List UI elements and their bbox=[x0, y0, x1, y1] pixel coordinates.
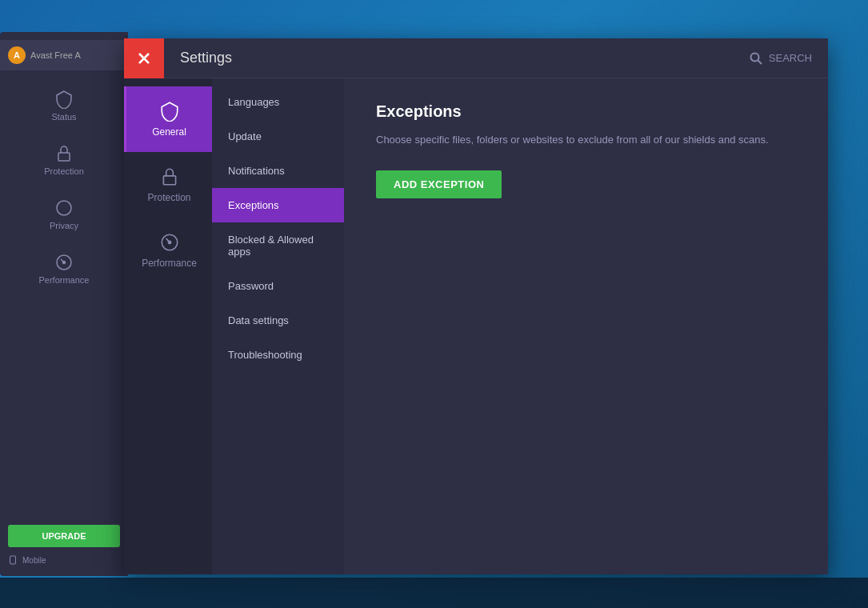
settings-dialog: Settings SEARCH General bbox=[124, 38, 828, 574]
menu-item-languages[interactable]: Languages bbox=[212, 85, 344, 119]
avast-main-window: A Avast Free A Status Protection Privacy… bbox=[0, 32, 128, 576]
main-content-area: Exceptions Choose specific files, folder… bbox=[344, 78, 828, 574]
search-icon bbox=[750, 52, 762, 65]
close-button[interactable] bbox=[124, 38, 164, 78]
menu-panel: Languages Update Notifications Exception… bbox=[212, 78, 344, 574]
menu-item-troubleshooting[interactable]: Troubleshooting bbox=[212, 338, 344, 372]
svg-line-9 bbox=[758, 60, 762, 64]
sidebar-item-privacy-label: Privacy bbox=[50, 221, 78, 230]
svg-point-1 bbox=[57, 201, 71, 215]
exceptions-title: Exceptions bbox=[376, 102, 796, 121]
category-general-label: General bbox=[152, 126, 186, 138]
speedometer-icon bbox=[54, 253, 74, 272]
category-performance-label: Performance bbox=[142, 258, 197, 269]
avast-logo-text: Avast Free A bbox=[30, 50, 81, 60]
search-area[interactable]: SEARCH bbox=[750, 52, 828, 65]
settings-title: Settings bbox=[164, 50, 750, 66]
upgrade-button[interactable]: UPGRADE bbox=[8, 525, 120, 547]
mobile-label: Mobile bbox=[22, 556, 46, 565]
sidebar-item-status-label: Status bbox=[51, 112, 76, 122]
menu-item-exceptions[interactable]: Exceptions bbox=[212, 188, 344, 222]
menu-item-blocked-allowed[interactable]: Blocked & Allowed apps bbox=[212, 222, 344, 269]
privacy-icon bbox=[54, 198, 74, 218]
sidebar-bottom: UPGRADE Mobile bbox=[0, 517, 128, 576]
sidebar-item-privacy[interactable]: Privacy bbox=[0, 187, 128, 242]
svg-rect-0 bbox=[58, 153, 70, 161]
settings-content-area: General Protection Performance Lan bbox=[124, 78, 828, 574]
menu-item-data-settings[interactable]: Data settings bbox=[212, 303, 344, 338]
menu-item-password[interactable]: Password bbox=[212, 269, 344, 303]
lock-icon bbox=[54, 144, 74, 163]
sidebar-item-performance-label: Performance bbox=[39, 275, 90, 285]
svg-point-3 bbox=[63, 262, 66, 264]
svg-rect-10 bbox=[163, 176, 175, 185]
general-shield-icon bbox=[159, 101, 180, 122]
category-item-protection[interactable]: Protection bbox=[124, 152, 212, 218]
menu-item-update[interactable]: Update bbox=[212, 119, 344, 154]
title-bar: Settings SEARCH bbox=[124, 38, 828, 78]
svg-point-8 bbox=[750, 53, 758, 61]
svg-rect-4 bbox=[10, 556, 16, 564]
taskbar bbox=[0, 578, 868, 608]
performance-speedometer-icon bbox=[159, 232, 180, 253]
search-label: SEARCH bbox=[769, 52, 812, 64]
sidebar-item-protection-label: Protection bbox=[44, 166, 84, 176]
menu-item-notifications[interactable]: Notifications bbox=[212, 154, 344, 188]
category-item-general[interactable]: General bbox=[124, 86, 212, 152]
category-panel: General Protection Performance bbox=[124, 78, 212, 574]
avast-logo-icon: A bbox=[8, 46, 26, 64]
add-exception-button[interactable]: ADD EXCEPTION bbox=[376, 170, 502, 198]
mobile-icon bbox=[8, 555, 18, 565]
protection-lock-icon bbox=[159, 166, 180, 187]
mobile-item[interactable]: Mobile bbox=[8, 552, 120, 568]
sidebar-item-performance[interactable]: Performance bbox=[0, 242, 128, 296]
sidebar-item-status[interactable]: Status bbox=[0, 78, 128, 133]
close-icon bbox=[138, 53, 150, 64]
category-item-performance[interactable]: Performance bbox=[124, 218, 212, 283]
shield-icon bbox=[54, 90, 74, 109]
avast-logo-bar: A Avast Free A bbox=[0, 40, 128, 70]
sidebar-item-protection[interactable]: Protection bbox=[0, 133, 128, 187]
category-protection-label: Protection bbox=[147, 192, 190, 203]
svg-point-12 bbox=[168, 241, 170, 243]
exceptions-description: Choose specific files, folders or websit… bbox=[376, 132, 796, 148]
